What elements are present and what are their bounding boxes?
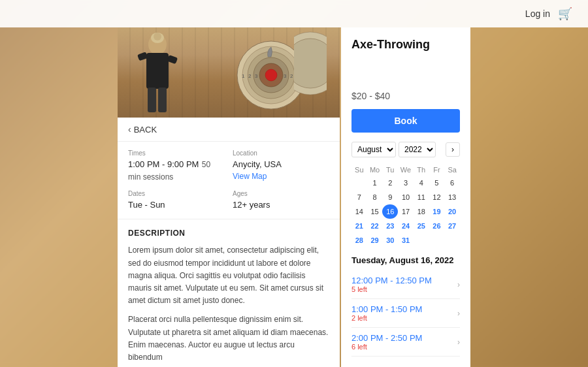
header: Log in 🛒 xyxy=(0,0,588,27)
month-selector: August 2022 › xyxy=(351,142,460,157)
calendar-day[interactable]: 23 xyxy=(382,219,398,233)
calendar-day-header: Su xyxy=(351,164,367,176)
calendar-day[interactable]: 21 xyxy=(351,219,367,233)
back-label: BACK xyxy=(134,125,157,135)
ages-label: Ages xyxy=(233,190,329,197)
calendar-day[interactable]: 1 xyxy=(367,176,383,190)
calendar-week-row: 21222324252627 xyxy=(351,219,460,233)
description-title: DESCRIPTION xyxy=(128,229,329,238)
location-value: Anycity, USA xyxy=(233,159,282,169)
time-slot[interactable]: 12:00 PM - 12:50 PM5 left› xyxy=(351,270,460,299)
location-label: Location xyxy=(233,150,329,157)
calendar-day[interactable]: 13 xyxy=(444,190,460,204)
calendar-day[interactable]: 4 xyxy=(414,176,429,190)
time-slot-info: 12:00 PM - 12:50 PM5 left xyxy=(351,276,432,293)
calendar-day[interactable]: 26 xyxy=(429,219,445,233)
time-slot-info: 2:00 PM - 2:50 PM6 left xyxy=(351,333,422,351)
calendar-day[interactable]: 11 xyxy=(414,190,429,204)
svg-text:1: 1 xyxy=(242,73,245,79)
calendar-day[interactable]: 30 xyxy=(382,233,398,247)
calendar-day[interactable]: 27 xyxy=(444,219,460,233)
year-select[interactable]: 2022 xyxy=(399,142,436,157)
selected-date-label: Tuesday, August 16, 2022 xyxy=(351,255,460,265)
time-slot-availability: 6 left xyxy=(351,343,422,351)
calendar-day[interactable]: 10 xyxy=(398,190,414,204)
calendar-day-header: Th xyxy=(414,164,429,176)
book-button[interactable]: Book xyxy=(351,109,460,133)
description-paragraph-1: Lorem ipsum dolor sit amet, consectetur … xyxy=(128,244,329,307)
calendar-day[interactable]: 6 xyxy=(444,176,460,190)
dates-value: Tue - Sun xyxy=(128,200,165,210)
time-slot-time: 1:00 PM - 1:50 PM xyxy=(351,304,422,314)
calendar-day[interactable]: 17 xyxy=(398,204,414,219)
calendar-day xyxy=(351,176,367,190)
calendar-day xyxy=(429,233,445,247)
time-slot-chevron-icon: › xyxy=(457,338,460,347)
next-month-button[interactable]: › xyxy=(446,142,460,157)
calendar-day[interactable]: 25 xyxy=(414,219,429,233)
time-slot-availability: 2 left xyxy=(351,314,422,322)
calendar-day[interactable]: 2 xyxy=(382,176,398,190)
svg-rect-7 xyxy=(158,88,167,112)
ages-value: 12+ years xyxy=(233,200,270,210)
svg-rect-3 xyxy=(146,53,169,89)
calendar-day[interactable]: 16 xyxy=(382,204,398,219)
hero-image: 1 2 3 3 2 1 xyxy=(118,27,340,118)
calendar-week-row: 123456 xyxy=(351,176,460,190)
calendar-day-header: Fr xyxy=(429,164,445,176)
main-content: 1 2 3 3 2 1 xyxy=(118,27,470,367)
calendar: SuMoTuWeThFrSa 1234567891011121314151617… xyxy=(351,164,460,247)
calendar-day[interactable]: 7 xyxy=(351,190,367,204)
calendar-day[interactable]: 18 xyxy=(414,204,429,219)
time-slot[interactable]: 2:00 PM - 2:50 PM6 left› xyxy=(351,328,460,357)
calendar-day[interactable]: 31 xyxy=(398,233,414,247)
calendar-day[interactable]: 24 xyxy=(398,219,414,233)
calendar-day[interactable]: 3 xyxy=(398,176,414,190)
time-slot-time: 2:00 PM - 2:50 PM xyxy=(351,333,422,343)
activity-title: Axe-Throwing xyxy=(351,38,460,52)
times-label: Times xyxy=(128,150,225,157)
calendar-day[interactable]: 22 xyxy=(367,219,383,233)
calendar-day[interactable]: 12 xyxy=(429,190,445,204)
time-slot-chevron-icon: › xyxy=(457,280,460,289)
svg-text:3: 3 xyxy=(255,73,258,79)
login-button[interactable]: Log in xyxy=(525,8,550,19)
times-value: 1:00 PM - 9:00 PM xyxy=(128,159,199,169)
calendar-week-row: 14151617181920 xyxy=(351,204,460,219)
calendar-day[interactable]: 14 xyxy=(351,204,367,219)
time-slot-info: 1:00 PM - 1:50 PM2 left xyxy=(351,304,422,322)
calendar-day[interactable]: 9 xyxy=(382,190,398,204)
calendar-day[interactable]: 5 xyxy=(429,176,445,190)
time-slot-availability: 5 left xyxy=(351,285,432,293)
calendar-day[interactable]: 29 xyxy=(367,233,383,247)
calendar-day[interactable]: 28 xyxy=(351,233,367,247)
calendar-header-row: SuMoTuWeThFrSa xyxy=(351,164,460,176)
dates-label: Dates xyxy=(128,190,225,197)
description-section: DESCRIPTION Lorem ipsum dolor sit amet, … xyxy=(118,219,340,367)
back-button[interactable]: ‹ BACK xyxy=(118,118,340,142)
cart-icon[interactable]: 🛒 xyxy=(558,7,572,21)
card-row: 1 2 3 3 2 1 xyxy=(118,27,470,367)
svg-point-2 xyxy=(154,33,161,40)
calendar-week-row: 28293031 xyxy=(351,233,460,247)
calendar-day xyxy=(414,233,429,247)
dates-item: Dates Tue - Sun xyxy=(128,190,225,211)
svg-text:3: 3 xyxy=(284,73,287,79)
info-grid: Times 1:00 PM - 9:00 PM 50 min sessions … xyxy=(118,142,340,219)
location-item: Location Anycity, USA View Map xyxy=(233,150,329,182)
right-panel: Axe-Throwing $20 - $40 Book August 2022 … xyxy=(341,27,470,367)
calendar-day[interactable]: 8 xyxy=(367,190,383,204)
times-item: Times 1:00 PM - 9:00 PM 50 min sessions xyxy=(128,150,225,182)
view-map-link[interactable]: View Map xyxy=(233,172,329,181)
time-slot[interactable]: 1:00 PM - 1:50 PM2 left› xyxy=(351,299,460,328)
price-range: $20 - $40 xyxy=(351,91,460,101)
calendar-day[interactable]: 20 xyxy=(444,204,460,219)
back-chevron-icon: ‹ xyxy=(128,124,131,135)
month-select[interactable]: August xyxy=(351,142,396,157)
svg-text:2: 2 xyxy=(290,73,293,79)
calendar-day[interactable]: 19 xyxy=(429,204,445,219)
target-secondary xyxy=(294,31,327,99)
calendar-day[interactable]: 15 xyxy=(367,204,383,219)
calendar-day-header: Tu xyxy=(382,164,398,176)
calendar-week-row: 78910111213 xyxy=(351,190,460,204)
